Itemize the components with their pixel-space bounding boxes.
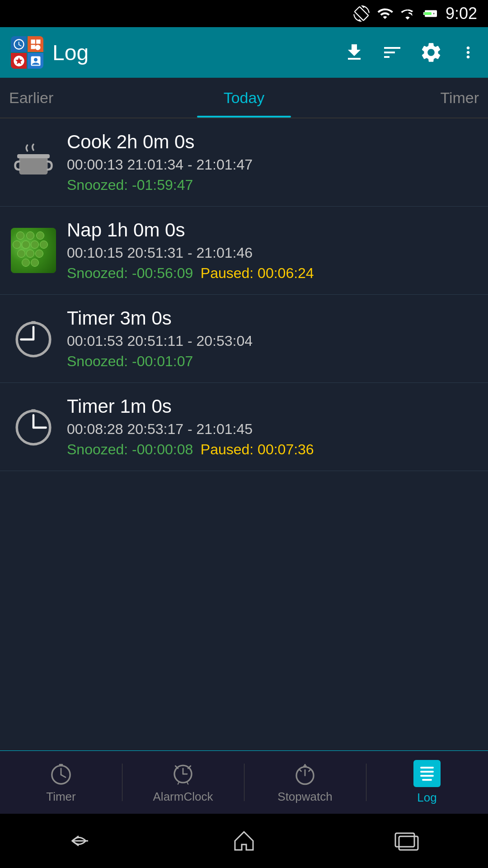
signal-icon — [400, 5, 415, 22]
timer3-snooze: Snoozed: -00:01:07 — [67, 353, 193, 369]
tab-today[interactable]: Today — [166, 78, 323, 118]
logo-cell-1 — [11, 36, 27, 52]
settings-icon[interactable] — [419, 41, 443, 64]
wifi-icon — [376, 5, 394, 22]
svg-rect-1 — [424, 12, 432, 15]
svg-rect-15 — [59, 764, 63, 765]
timer1-snooze: Snoozed: -00:00:08 — [67, 441, 193, 458]
timer1-paused: Paused: 00:07:36 — [201, 441, 314, 458]
status-time: 9:02 — [446, 4, 477, 23]
header-icons — [343, 41, 477, 64]
svg-rect-11 — [31, 409, 36, 412]
recents-button[interactable] — [389, 823, 425, 859]
rotate-icon — [353, 5, 370, 22]
cook-snooze: Snoozed: -01:59:47 — [67, 177, 193, 193]
svg-line-27 — [300, 769, 301, 771]
cook-time: 00:00:13 21:01:34 - 21:01:47 — [67, 156, 477, 173]
nav-item-log[interactable]: Log — [366, 751, 488, 814]
tab-bar: Earlier Today Timer — [0, 78, 488, 118]
nav-log-icon — [413, 760, 441, 787]
nap-content: Nap 1h 0m 0s 00:10:15 20:51:31 - 21:01:4… — [67, 219, 477, 282]
svg-rect-7 — [31, 321, 36, 324]
nav-item-alarmclock[interactable]: AlarmClock — [122, 751, 244, 814]
back-button[interactable] — [63, 823, 99, 859]
bottom-nav: Timer AlarmClock Stopwatch — [0, 750, 488, 814]
nap-snooze-row: Snoozed: -00:56:09 Paused: 00:06:24 — [67, 265, 477, 282]
svg-rect-30 — [399, 836, 418, 850]
timer3-icon — [11, 316, 56, 361]
sys-nav — [0, 814, 488, 868]
status-icons: 9:02 — [353, 4, 477, 23]
nav-alarmclock-label: AlarmClock — [153, 790, 213, 804]
svg-rect-3 — [17, 154, 50, 158]
log-item-cook[interactable]: Cook 2h 0m 0s 00:00:13 21:01:34 - 21:01:… — [0, 118, 488, 207]
svg-line-28 — [309, 769, 310, 771]
nap-time: 00:10:15 20:51:31 - 21:01:46 — [67, 245, 477, 261]
nav-alarmclock-icon — [170, 761, 196, 786]
nav-timer-label: Timer — [46, 790, 75, 804]
nap-paused: Paused: 00:06:24 — [201, 265, 314, 281]
nap-snooze: Snoozed: -00:56:09 — [67, 265, 193, 281]
app-logo — [11, 36, 43, 69]
timer1-title: Timer 1m 0s — [67, 396, 477, 417]
timer1-icon — [11, 404, 56, 449]
cook-snooze-row: Snoozed: -01:59:47 — [67, 177, 477, 193]
battery-icon — [421, 5, 439, 22]
home-button[interactable] — [226, 823, 262, 859]
svg-rect-2 — [19, 156, 48, 175]
logo-cell-4 — [28, 53, 43, 69]
log-item-timer3[interactable]: Timer 3m 0s 00:01:53 20:51:11 - 20:53:04… — [0, 295, 488, 383]
status-bar: 9:02 — [0, 0, 488, 27]
timer3-content: Timer 3m 0s 00:01:53 20:51:11 - 20:53:04… — [67, 307, 477, 370]
nav-item-timer[interactable]: Timer — [0, 751, 122, 814]
sort-icon[interactable] — [381, 42, 403, 63]
nap-icon — [11, 228, 56, 273]
nav-item-stopwatch[interactable]: Stopwatch — [244, 751, 366, 814]
cook-title: Cook 2h 0m 0s — [67, 131, 477, 153]
tab-timer[interactable]: Timer — [322, 78, 488, 118]
timer3-time: 00:01:53 20:51:11 - 20:53:04 — [67, 333, 477, 349]
nav-stopwatch-label: Stopwatch — [277, 790, 332, 804]
svg-rect-26 — [304, 764, 305, 766]
timer1-time: 00:08:28 20:53:17 - 21:01:45 — [67, 421, 477, 438]
svg-rect-29 — [395, 833, 414, 847]
nav-stopwatch-icon — [292, 761, 318, 786]
log-item-timer1[interactable]: Timer 1m 0s 00:08:28 20:53:17 - 21:01:45… — [0, 383, 488, 471]
app-title: Log — [52, 40, 334, 65]
timer1-snooze-row: Snoozed: -00:00:08 Paused: 00:07:36 — [67, 441, 477, 458]
timer1-content: Timer 1m 0s 00:08:28 20:53:17 - 21:01:45… — [67, 396, 477, 458]
logo-cell-2 — [28, 36, 43, 52]
nap-image — [11, 228, 56, 273]
download-icon[interactable] — [343, 42, 365, 63]
logo-cell-3 — [11, 53, 27, 69]
tab-earlier[interactable]: Earlier — [0, 78, 166, 118]
nav-timer-icon — [48, 761, 74, 786]
log-item-nap[interactable]: Nap 1h 0m 0s 00:10:15 20:51:31 - 21:01:4… — [0, 207, 488, 295]
more-icon[interactable] — [459, 42, 477, 63]
cook-content: Cook 2h 0m 0s 00:00:13 21:01:34 - 21:01:… — [67, 131, 477, 193]
nap-title: Nap 1h 0m 0s — [67, 219, 477, 241]
cook-icon — [11, 140, 56, 185]
log-list: Cook 2h 0m 0s 00:00:13 21:01:34 - 21:01:… — [0, 118, 488, 471]
timer3-snooze-row: Snoozed: -00:01:07 — [67, 353, 477, 370]
svg-line-14 — [61, 775, 66, 778]
app-header: Log — [0, 27, 488, 78]
timer3-title: Timer 3m 0s — [67, 307, 477, 329]
nav-log-label: Log — [417, 791, 436, 805]
